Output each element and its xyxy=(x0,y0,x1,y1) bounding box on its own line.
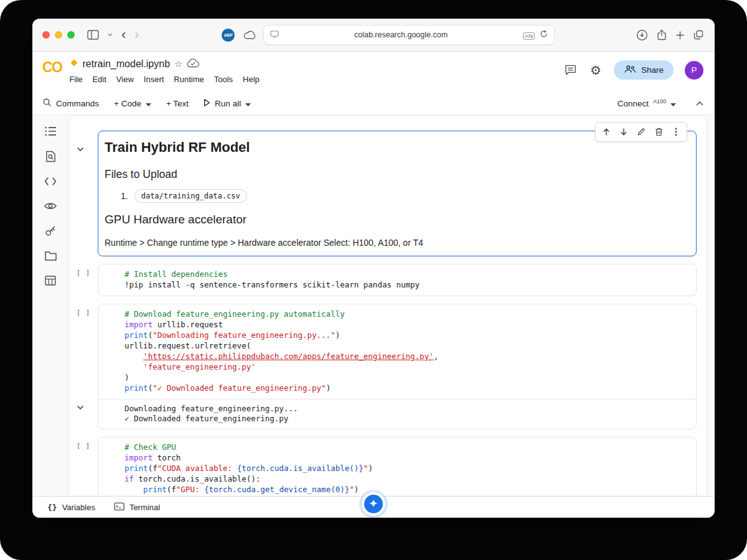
address-bar[interactable]: colab.research.google.com A⇆ xyxy=(263,25,555,45)
braces-icon: {} xyxy=(47,503,57,512)
colab-header: CO retrain_model.ipynb ☆ File Edit View xyxy=(32,52,715,92)
toolbar-right: Connect A100 xyxy=(618,99,705,108)
collapse-output-icon[interactable] xyxy=(77,403,84,412)
menu-bar: File Edit View Insert Runtime Tools Help xyxy=(65,73,265,86)
tab-overview-icon[interactable] xyxy=(692,29,705,41)
data-table-icon[interactable] xyxy=(42,273,59,289)
connect-label: Connect xyxy=(618,99,649,108)
collapse-header-icon[interactable] xyxy=(695,100,705,107)
edit-cell-icon[interactable] xyxy=(632,124,650,140)
code-cell[interactable]: # Check GPUimport torchprint(f"CUDA avai… xyxy=(98,437,697,496)
icloud-tabs-icon[interactable] xyxy=(242,29,257,40)
notebook-panel: Train Hybrid RF Model Files to Upload 1.… xyxy=(68,115,707,496)
variables-button[interactable]: {} Variables xyxy=(47,503,95,512)
downloads-icon[interactable] xyxy=(635,28,649,42)
share-page-icon[interactable] xyxy=(655,28,668,42)
minimize-window-button[interactable] xyxy=(55,31,62,39)
desktop-background: ‹ › ABP colab.research.google.com A⇆ xyxy=(0,0,747,560)
left-sidebar xyxy=(32,115,68,496)
menu-runtime[interactable]: Runtime xyxy=(169,73,209,86)
spark-icon xyxy=(369,498,378,510)
browser-toolbar: ‹ › ABP colab.research.google.com A⇆ xyxy=(32,19,715,52)
colab-logo[interactable]: CO xyxy=(42,59,62,76)
notebook-title-row: retrain_model.ipynb ☆ xyxy=(70,56,265,72)
commands-button[interactable]: Commands xyxy=(42,98,99,109)
menu-view[interactable]: View xyxy=(111,73,139,86)
variable-inspector-icon[interactable] xyxy=(42,198,59,214)
play-icon xyxy=(204,98,210,109)
connect-button[interactable]: Connect A100 xyxy=(618,99,676,108)
cell-output: Downloading feature_engineering.py...✓ D… xyxy=(98,399,696,429)
run-cell-button[interactable]: [ ] xyxy=(75,441,94,450)
add-text-label: + Text xyxy=(166,99,189,108)
new-tab-icon[interactable] xyxy=(674,29,686,41)
code-editor[interactable]: # Download feature_engineering.py automa… xyxy=(98,304,696,399)
menu-edit[interactable]: Edit xyxy=(87,73,111,86)
variables-label: Variables xyxy=(62,503,95,512)
close-window-button[interactable] xyxy=(42,31,50,39)
code-cell[interactable]: # Install dependencies!pip install -q se… xyxy=(98,264,697,296)
notebook-file-icon xyxy=(70,58,78,70)
cloud-saved-icon[interactable] xyxy=(187,58,199,70)
traffic-lights xyxy=(42,31,75,39)
star-icon[interactable]: ☆ xyxy=(174,58,182,70)
gemini-spark-button[interactable] xyxy=(364,495,383,513)
notebook-toolbar: Commands + Code + Text Run all Connect A… xyxy=(32,92,715,115)
code-snippets-icon[interactable] xyxy=(42,173,59,189)
code-cell-row: [ ] # Install dependencies!pip install -… xyxy=(75,264,697,296)
run-all-label: Run all xyxy=(215,99,241,108)
title-and-menus: retrain_model.ipynb ☆ File Edit View Ins… xyxy=(70,56,265,86)
content-area: Train Hybrid RF Model Files to Upload 1.… xyxy=(32,115,715,496)
gpu-heading: GPU Hardware accelerator xyxy=(105,212,685,227)
code-editor[interactable]: # Check GPUimport torchprint(f"CUDA avai… xyxy=(98,437,696,496)
chevron-down-icon xyxy=(670,99,676,108)
notebook-title[interactable]: retrain_model.ipynb xyxy=(83,58,171,70)
avatar[interactable]: P xyxy=(685,61,703,80)
code-cell-row: [ ] # Check GPUimport torchprint(f"CUDA … xyxy=(75,437,697,496)
run-cell-button[interactable]: [ ] xyxy=(75,268,94,277)
forward-button[interactable]: › xyxy=(133,28,140,42)
menu-tools[interactable]: Tools xyxy=(209,73,238,86)
people-icon xyxy=(624,65,636,75)
status-bar: {} Variables Terminal xyxy=(32,496,715,518)
cell-gutter: [ ] xyxy=(75,437,98,496)
zoom-window-button[interactable] xyxy=(67,31,75,39)
table-of-contents-icon[interactable] xyxy=(42,123,59,139)
move-cell-down-icon[interactable] xyxy=(615,124,632,140)
comments-icon[interactable] xyxy=(563,63,578,77)
find-replace-icon[interactable] xyxy=(42,148,59,164)
run-cell-button[interactable]: [ ] xyxy=(75,308,94,317)
terminal-icon xyxy=(114,502,125,513)
move-cell-up-icon[interactable] xyxy=(598,124,615,140)
terminal-button[interactable]: Terminal xyxy=(114,502,160,513)
file-list-item: 1. data/training_data.csv xyxy=(121,189,685,203)
page-icon xyxy=(270,29,279,40)
delete-cell-icon[interactable] xyxy=(650,124,667,140)
menu-file[interactable]: File xyxy=(65,73,88,86)
reload-icon[interactable] xyxy=(540,29,548,40)
list-marker: 1. xyxy=(121,191,128,201)
settings-gear-icon[interactable]: ⚙ xyxy=(589,63,603,78)
commands-label: Commands xyxy=(56,99,99,108)
tab-group-chevron-icon[interactable] xyxy=(106,32,114,38)
secrets-key-icon[interactable] xyxy=(42,223,59,239)
translate-icon[interactable]: A⇆ xyxy=(523,29,535,40)
run-all-button[interactable]: Run all xyxy=(204,98,251,109)
back-button[interactable]: ‹ xyxy=(120,28,127,42)
files-folder-icon[interactable] xyxy=(42,248,59,264)
more-options-icon[interactable] xyxy=(667,124,685,140)
terminal-label: Terminal xyxy=(129,503,160,512)
chevron-down-icon xyxy=(245,99,251,108)
collapse-section-icon[interactable] xyxy=(77,144,84,154)
add-code-button[interactable]: + Code xyxy=(114,99,151,108)
adblock-extension-icon[interactable]: ABP xyxy=(220,27,236,43)
file-chip: data/training_data.csv xyxy=(134,189,247,203)
code-cell[interactable]: # Download feature_engineering.py automa… xyxy=(98,304,697,429)
add-text-button[interactable]: + Text xyxy=(166,99,189,108)
menu-insert[interactable]: Insert xyxy=(139,73,169,86)
share-button[interactable]: Share xyxy=(614,60,674,80)
menu-help[interactable]: Help xyxy=(238,73,265,86)
code-editor[interactable]: # Install dependencies!pip install -q se… xyxy=(98,264,696,296)
sidebar-toggle-icon[interactable] xyxy=(86,29,100,41)
markdown-cell[interactable]: Train Hybrid RF Model Files to Upload 1.… xyxy=(98,131,697,256)
